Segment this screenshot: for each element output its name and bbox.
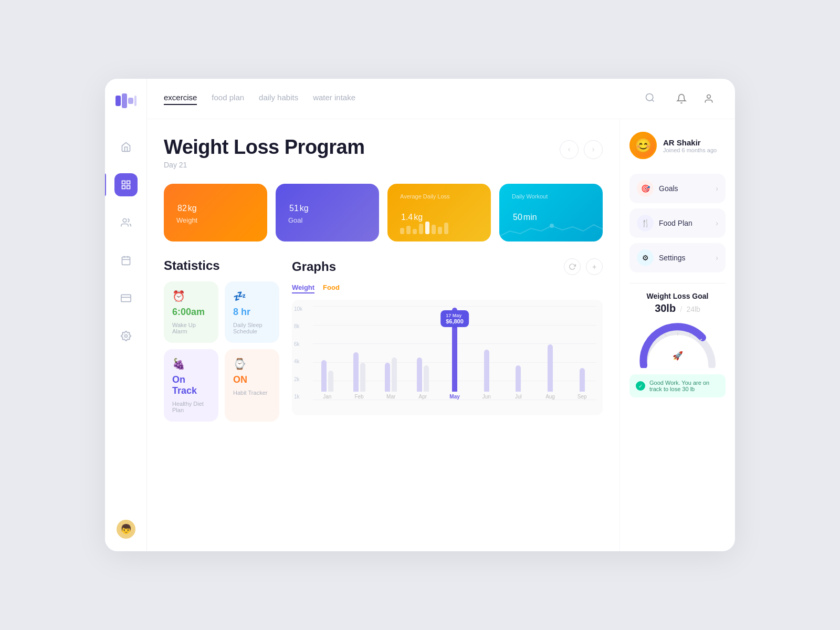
bar-primary <box>353 352 359 392</box>
notification-button[interactable] <box>672 89 691 108</box>
user-joined: Joined 6 months ago <box>663 147 717 153</box>
menu-item-goals-left: 🎯 Goals <box>637 180 678 197</box>
stat-card-alarm[interactable]: ⏰ 6:00am Wake Up Alarm <box>164 281 218 343</box>
weight-goal-title: Weight Loss Goal <box>629 292 726 300</box>
user-info: AR Shakir Joined 6 months ago <box>663 138 717 153</box>
goal-label: Goal <box>288 216 366 224</box>
menu-item-food-plan[interactable]: 🍴 Food Plan › <box>629 208 726 238</box>
sidebar-item-calendar[interactable] <box>114 249 138 272</box>
svg-rect-5 <box>127 181 130 184</box>
month-label: Sep <box>578 394 587 400</box>
bar-secondary <box>392 358 397 392</box>
stat-card-tracker[interactable]: ⌚ ON Habit Tracker <box>225 349 279 422</box>
tracker-value: ON <box>233 374 271 385</box>
graph-month-group: Jul <box>504 306 533 400</box>
tracker-icon: ⌚ <box>233 358 271 370</box>
weight-goal-section: Weight Loss Goal 30lb / 24lb <box>629 283 726 397</box>
bar-secondary <box>328 371 333 392</box>
svg-rect-0 <box>116 96 121 106</box>
y-label-2k: 2k <box>294 376 302 382</box>
metric-card-weight[interactable]: 82kg Weight <box>164 184 267 242</box>
sidebar-avatar-emoji: 👦 <box>120 523 132 535</box>
month-label: Jul <box>515 394 522 400</box>
sidebar-item-dashboard[interactable] <box>114 173 138 196</box>
menu-item-settings-left: ⚙ Settings <box>637 249 686 266</box>
sleep-value: 8 hr <box>233 307 271 318</box>
bar-primary <box>548 344 553 392</box>
stat-card-diet[interactable]: 🍇 On Track Healthy Diet Plan <box>164 349 218 422</box>
settings-chevron: › <box>716 254 718 262</box>
month-label: Feb <box>354 394 363 400</box>
legend-weight[interactable]: Weight <box>292 284 314 293</box>
metric-card-workout[interactable]: Daily Workout 50min <box>499 184 603 242</box>
metric-card-goal[interactable]: 51kg Goal <box>276 184 379 242</box>
diet-value: On Track <box>172 374 210 396</box>
goal-current: 24lb <box>686 305 700 313</box>
graph-y-labels: 10k 8k 6k 4k 2k 1k <box>294 306 302 400</box>
user-name: AR Shakir <box>663 138 717 147</box>
stat-card-sleep[interactable]: 💤 8 hr Daily Sleep Schedule <box>225 281 279 343</box>
success-check-icon: ✓ <box>636 381 645 391</box>
alarm-icon: ⏰ <box>172 290 210 302</box>
y-label-4k: 4k <box>294 359 302 364</box>
graph-refresh-button[interactable] <box>564 258 581 275</box>
sidebar-item-settings[interactable] <box>114 324 138 348</box>
sidebar-item-home[interactable] <box>114 135 138 159</box>
goal-target: 30lb <box>655 302 676 314</box>
graph-month-group: Sep <box>568 306 596 400</box>
user-profile: 😊 AR Shakir Joined 6 months ago <box>629 132 726 159</box>
menu-item-settings[interactable]: ⚙ Settings › <box>629 243 726 272</box>
prev-arrow-button[interactable] <box>560 140 579 159</box>
month-label: May <box>449 394 459 400</box>
goal-divider: / <box>680 305 685 313</box>
workout-sublabel: Daily Workout <box>512 193 548 200</box>
goals-label: Goals <box>659 184 678 193</box>
app-container: 👦 excercise food plan daily habits water… <box>105 79 735 551</box>
graph-month-group: Apr <box>408 306 437 400</box>
food-plan-label: Food Plan <box>659 219 692 227</box>
graph-month-group: Aug <box>536 306 565 400</box>
profile-button[interactable] <box>699 89 718 108</box>
graph-area: 10k 8k 6k 4k 2k 1k JanFebMarApr17 May$6,… <box>292 300 603 415</box>
graph-add-button[interactable]: + <box>586 258 603 275</box>
tab-exercise[interactable]: excercise <box>164 93 197 105</box>
sidebar-item-users[interactable] <box>114 211 138 234</box>
menu-item-goals[interactable]: 🎯 Goals › <box>629 174 726 203</box>
dashboard-header: Weight Loss Program Day 21 <box>164 136 603 169</box>
graphs-title: Graphs <box>292 259 336 274</box>
svg-point-16 <box>646 94 653 101</box>
sidebar-user-avatar[interactable]: 👦 <box>117 520 135 539</box>
tab-food-plan[interactable]: food plan <box>212 93 244 105</box>
right-panel: 😊 AR Shakir Joined 6 months ago 🎯 Goals <box>620 119 735 551</box>
app-logo[interactable] <box>116 93 136 110</box>
graph-bar-pair <box>472 306 501 392</box>
graph-bar-pair <box>376 306 405 392</box>
next-arrow-button[interactable] <box>584 140 603 159</box>
graph-tooltip: 17 May$6,800 <box>440 310 469 327</box>
goals-chevron: › <box>716 184 718 193</box>
svg-point-15 <box>124 335 127 338</box>
graph-bar-pair <box>408 306 437 392</box>
svg-rect-2 <box>128 98 133 104</box>
graph-month-group: Jan <box>313 306 342 400</box>
statistics-title: Statistics <box>164 258 279 273</box>
weight-goal-values: 30lb / 24lb <box>629 302 726 314</box>
menu-items: 🎯 Goals › 🍴 Food Plan › <box>629 174 726 272</box>
graph-bar-pair <box>313 306 342 392</box>
tab-daily-habits[interactable]: daily habits <box>259 93 298 105</box>
svg-rect-6 <box>122 186 125 189</box>
content-area: Weight Loss Program Day 21 <box>147 119 735 551</box>
user-avatar[interactable]: 😊 <box>629 132 657 159</box>
tab-water-intake[interactable]: water intake <box>313 93 355 105</box>
dashboard: Weight Loss Program Day 21 <box>147 119 620 551</box>
bar-primary <box>580 368 585 392</box>
sidebar-item-card[interactable] <box>114 287 138 310</box>
month-label: Mar <box>386 394 395 400</box>
bar-secondary <box>360 363 365 392</box>
search-button[interactable] <box>645 92 655 105</box>
success-message: Good Work. You are on track to lose 30 l… <box>649 380 719 392</box>
svg-text:🚀: 🚀 <box>673 351 683 361</box>
bar-primary <box>417 358 422 392</box>
legend-food[interactable]: Food <box>323 284 340 293</box>
metric-card-avg-loss[interactable]: Average Daily Loss 1.4kg <box>387 184 491 242</box>
